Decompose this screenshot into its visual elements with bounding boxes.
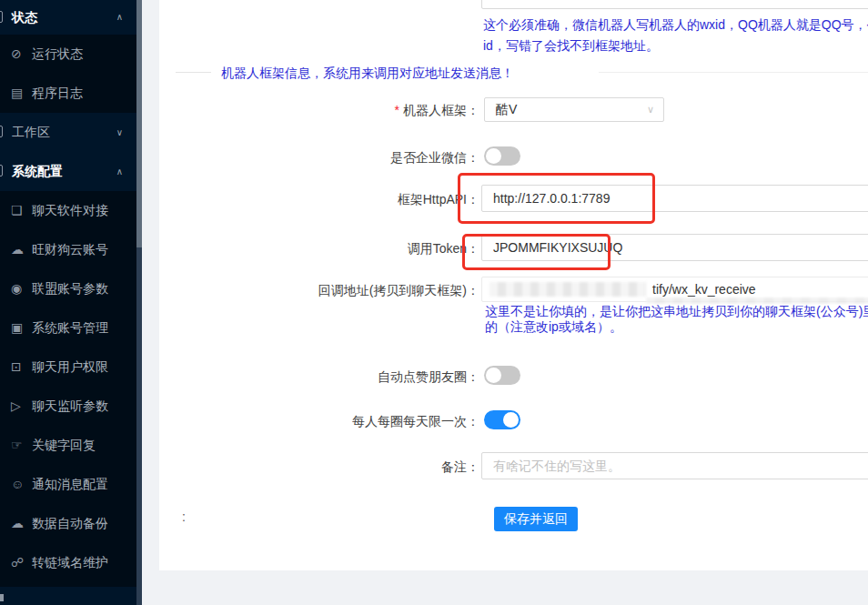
- sidebar-item-label: 转链域名维护: [32, 543, 108, 582]
- divider-line-right: [599, 72, 868, 73]
- taobao-icon: ◉: [11, 269, 22, 308]
- sidebar-item-label: 联盟账号参数: [32, 269, 108, 308]
- sidebar-item-label: 系统配置: [12, 152, 63, 191]
- sidebar-item-program-logs[interactable]: ▤ 程序日志: [0, 74, 136, 113]
- cloud-upload-icon: ☁: [11, 230, 24, 269]
- chat-bubbles-icon: ❏: [11, 191, 23, 230]
- sidebar-next-group-partial: [0, 587, 136, 605]
- smiley-icon: ☺: [11, 465, 24, 504]
- sidebar-item-system-accounts[interactable]: ▣ 系统账号管理: [0, 308, 136, 348]
- status-icon: [0, 11, 3, 23]
- main-content: 这个必须准确，微信机器人写机器人的wxid，QQ机器人就是QQ号，公众号写 id…: [142, 0, 868, 605]
- remark-label: 备注：: [159, 458, 479, 476]
- token-label: 调用Token：: [159, 239, 479, 257]
- document-icon: ▤: [11, 74, 23, 113]
- callback-help-line1: 这里不是让你填的，是让你把这串地址拷贝到你的聊天框架(公众号)里面的回: [485, 304, 868, 319]
- sidebar: 状态 ∧ ⊘ 运行状态 ▤ 程序日志 工作区 ∨ 系统配置 ∧ ❏ 聊天软件对接…: [0, 0, 136, 605]
- sidebar-item-keyword-reply[interactable]: ☞ 关键字回复: [0, 426, 136, 465]
- bot-id-help-line1: 这个必须准确，微信机器人写机器人的wxid，QQ机器人就是QQ号，公众号写: [483, 15, 868, 35]
- cloud-icon: ☁: [11, 504, 24, 543]
- callback-input[interactable]: tify/wx_kv_receive: [481, 277, 868, 302]
- bot-id-help-line2: id，写错了会找不到框架地址。: [483, 35, 659, 55]
- sidebar-item-link-domain[interactable]: ☍ 转链域名维护: [0, 543, 136, 582]
- auto-like-label: 自动点赞朋友圈：: [159, 368, 479, 386]
- like-limit-toggle[interactable]: [484, 410, 520, 429]
- bottom-colon-label: :: [182, 509, 186, 524]
- sidebar-item-label: 工作区: [12, 113, 50, 152]
- workspace-icon: [0, 126, 3, 137]
- form-card: 这个必须准确，微信机器人写机器人的wxid，QQ机器人就是QQ号，公众号写 id…: [159, 0, 868, 570]
- sidebar-group-workspace[interactable]: 工作区 ∨: [0, 113, 136, 152]
- sidebar-item-notify-config[interactable]: ☺ 通知消息配置: [0, 465, 136, 504]
- enterprise-wechat-toggle[interactable]: [484, 146, 520, 166]
- remark-input[interactable]: [481, 452, 868, 479]
- sidebar-item-auto-backup[interactable]: ☁ 数据自动备份: [0, 504, 136, 543]
- sidebar-item-label: 运行状态: [32, 35, 83, 74]
- partial-icon: [0, 594, 4, 601]
- toggle-knob: [503, 412, 519, 428]
- sidebar-item-alliance-params[interactable]: ◉ 联盟账号参数: [0, 269, 136, 308]
- auto-like-toggle[interactable]: [484, 366, 520, 385]
- chevron-up-icon: ∧: [116, 0, 123, 35]
- toggle-knob: [486, 368, 501, 383]
- sidebar-group-system-config[interactable]: 系统配置 ∧: [0, 152, 136, 191]
- sidebar-item-listen-params[interactable]: ▷ 聊天监听参数: [0, 387, 136, 426]
- toggle-knob: [486, 148, 501, 164]
- bot-id-input-partial[interactable]: [481, 0, 868, 9]
- sidebar-item-label: 聊天监听参数: [32, 387, 108, 426]
- thumb-icon: ☞: [11, 426, 23, 465]
- framework-select-value: 酷V: [496, 98, 517, 121]
- robot-icon: ▣: [11, 308, 23, 348]
- chevron-down-icon: ∨: [116, 113, 123, 152]
- sidebar-group-status[interactable]: 状态 ∧: [0, 0, 136, 35]
- sidebar-item-label: 聊天用户权限: [32, 348, 108, 387]
- required-asterisk: *: [395, 103, 399, 117]
- sidebar-item-user-permissions[interactable]: ⊡ 聊天用户权限: [0, 348, 136, 387]
- sidebar-item-running-status[interactable]: ⊘ 运行状态: [0, 35, 136, 74]
- gear-icon: [0, 165, 3, 176]
- sidebar-item-cloud-account[interactable]: ☁ 旺财狗云账号: [0, 230, 136, 269]
- send-icon: ▷: [11, 387, 21, 426]
- sidebar-item-label: 状态: [12, 0, 37, 35]
- save-and-return-button[interactable]: 保存并返回: [494, 507, 578, 531]
- sidebar-item-label: 系统账号管理: [32, 308, 108, 348]
- sidebar-item-label: 聊天软件对接: [32, 191, 108, 230]
- sidebar-item-label: 程序日志: [32, 74, 83, 113]
- divider-line-left: [176, 72, 211, 73]
- section-title: 机器人框架信息，系统用来调用对应地址发送消息！: [221, 66, 514, 82]
- callback-label: 回调地址(拷贝到聊天框架)：: [159, 281, 479, 299]
- chevron-up-icon: ∧: [116, 152, 123, 191]
- square-face-icon: ⊡: [11, 348, 22, 387]
- censored-blur-strip: [646, 297, 868, 304]
- sidebar-item-label: 关键字回复: [32, 426, 96, 465]
- sidebar-item-label: 旺财狗云账号: [32, 230, 108, 269]
- censored-blur-block: [490, 282, 646, 297]
- enterprise-wechat-label: 是否企业微信：: [159, 148, 479, 166]
- like-limit-label: 每人每圈每天限一次：: [159, 412, 479, 430]
- http-api-input[interactable]: [481, 185, 868, 212]
- http-api-label: 框架HttpAPI：: [159, 190, 479, 208]
- framework-select[interactable]: 酷V ∨: [484, 97, 664, 122]
- chevron-down-icon: ∨: [647, 98, 654, 121]
- sidebar-item-label: 通知消息配置: [32, 465, 108, 504]
- sidebar-item-chat-software[interactable]: ❏ 聊天软件对接: [0, 191, 136, 230]
- circle-slash-icon: ⊘: [11, 35, 22, 74]
- framework-label: *机器人框架：: [159, 101, 479, 119]
- callback-help-line2: 的（注意改ip或域名）。: [485, 319, 622, 335]
- token-input[interactable]: [481, 234, 868, 261]
- app-window: 状态 ∧ ⊘ 运行状态 ▤ 程序日志 工作区 ∨ 系统配置 ∧ ❏ 聊天软件对接…: [0, 0, 868, 605]
- link-icon: ☍: [11, 543, 24, 582]
- sidebar-item-label: 数据自动备份: [32, 504, 108, 543]
